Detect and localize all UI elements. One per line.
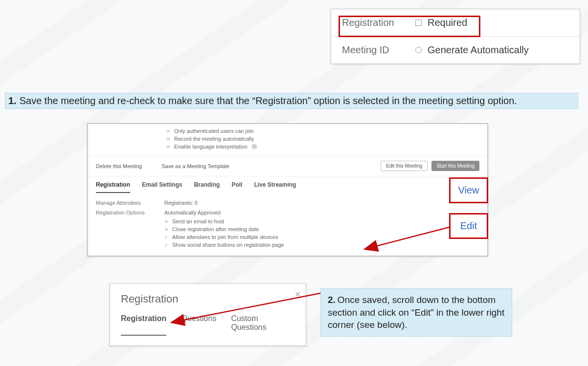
meeting-action-row: Delete this Meeting Save as a Meeting Te… xyxy=(88,155,487,176)
flag-text: Show social share buttons on registratio… xyxy=(172,242,284,248)
meeting-id-row: Meeting ID Generate Automatically xyxy=(331,36,580,64)
modal-tab-custom-questions[interactable]: Custom Questions xyxy=(231,314,295,336)
check-icon: ✓ xyxy=(164,235,169,240)
x-icon: ✕ xyxy=(164,219,169,224)
registration-modal: ✕ Registration Registration Questions Cu… xyxy=(110,283,306,346)
check-icon: ✓ xyxy=(164,242,169,248)
step-2-callout: 2.Once saved, scroll down to the bottom … xyxy=(320,288,512,337)
delete-meeting-link[interactable]: Delete this Meeting xyxy=(96,163,142,169)
step-2-number: 2. xyxy=(328,295,336,305)
x-icon: ✕ xyxy=(166,144,171,150)
approval-value: Automatically Approved xyxy=(164,210,221,215)
generate-automatically-radio[interactable] xyxy=(415,47,422,53)
info-icon[interactable]: ? xyxy=(251,144,257,150)
option-text: Enable language interpretation xyxy=(174,144,248,150)
flag-text: Allow attendees to join from multiple de… xyxy=(172,234,278,240)
registration-label: Registration xyxy=(342,17,415,28)
save-as-template-link[interactable]: Save as a Meeting Template xyxy=(161,163,229,169)
x-icon: ✕ xyxy=(166,136,171,142)
required-label: Required xyxy=(428,17,467,28)
tab-registration[interactable]: Registration xyxy=(96,181,130,193)
step-2-text: Once saved, scroll down to the bottom se… xyxy=(328,295,504,330)
option-text: Only authenticated users can join xyxy=(174,128,254,134)
meeting-tabs: Registration Email Settings Branding Pol… xyxy=(88,176,487,193)
registration-options-label: Registration Options xyxy=(96,210,164,215)
modal-tab-questions[interactable]: Questions xyxy=(181,314,216,336)
start-meeting-button[interactable]: Start this Meeting xyxy=(431,161,479,171)
flag-text: Send an email to host xyxy=(172,218,224,224)
flag-text: Close registration after meeting date xyxy=(172,226,259,232)
meeting-id-label: Meeting ID xyxy=(342,44,415,56)
registrants-count: Registrants: 0 xyxy=(164,200,198,206)
view-link[interactable]: View xyxy=(449,177,488,203)
tab-live-streaming[interactable]: Live Streaming xyxy=(254,181,296,193)
option-language-interpretation: ✕Enable language interpretation? xyxy=(166,143,487,151)
x-icon: ✕ xyxy=(166,129,171,134)
tab-branding[interactable]: Branding xyxy=(194,181,220,193)
modal-tab-registration[interactable]: Registration xyxy=(121,314,166,336)
edit-link-text: Edit xyxy=(460,220,477,232)
generate-automatically-label: Generate Automatically xyxy=(428,44,529,56)
registration-row: Registration Required xyxy=(331,9,580,36)
option-record-automatically: ✕Record the meeting automatically xyxy=(166,135,487,143)
modal-tabs: Registration Questions Custom Questions xyxy=(121,314,295,336)
option-text: Record the meeting automatically xyxy=(174,136,254,142)
flag-social-share: ✓Show social share buttons on registrati… xyxy=(164,241,479,249)
meeting-settings-panel: ✕Only authenticated users can join ✕Reco… xyxy=(87,123,488,257)
view-link-text: View xyxy=(458,185,479,196)
meeting-top-options: ✕Only authenticated users can join ✕Reco… xyxy=(88,124,487,155)
tab-poll[interactable]: Poll xyxy=(231,181,242,193)
flag-multi-device: ✓Allow attendees to join from multiple d… xyxy=(164,233,479,241)
flag-close-registration: ✕Close registration after meeting date xyxy=(164,225,479,233)
modal-title: Registration xyxy=(121,293,295,305)
step-1-callout: 1.Save the meeting and re-check to make … xyxy=(5,93,578,109)
x-icon: ✕ xyxy=(164,227,169,232)
registration-settings-panel: Registration Required Meeting ID Generat… xyxy=(331,9,580,64)
step-1-number: 1. xyxy=(8,95,17,106)
tab-email-settings[interactable]: Email Settings xyxy=(142,181,182,193)
close-icon[interactable]: ✕ xyxy=(294,290,301,299)
option-authenticated-users: ✕Only authenticated users can join xyxy=(166,127,487,135)
edit-link[interactable]: Edit xyxy=(449,213,488,239)
manage-attendees-label: Manage Attendees xyxy=(96,200,164,206)
step-1-text: Save the meeting and re-check to make su… xyxy=(20,95,517,106)
required-checkbox[interactable] xyxy=(415,20,422,26)
edit-meeting-button[interactable]: Edit this Meeting xyxy=(381,161,428,171)
registration-details: Manage Attendees Registrants: 0 Registra… xyxy=(88,193,487,256)
flag-send-email: ✕Send an email to host xyxy=(164,217,479,225)
